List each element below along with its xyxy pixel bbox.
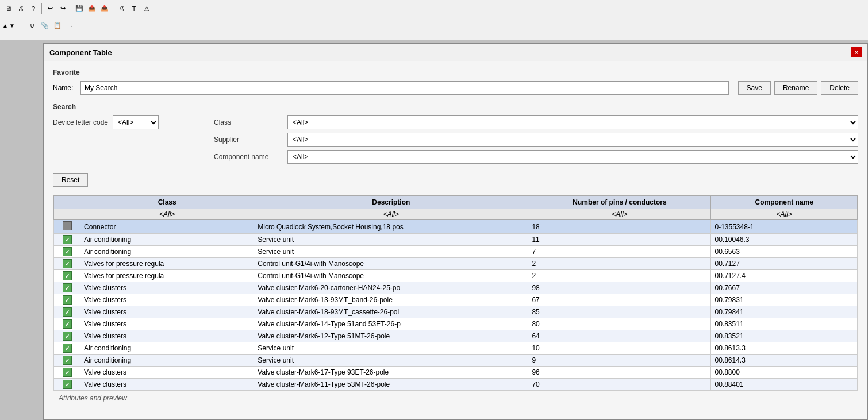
forward-icon[interactable]: → <box>64 20 76 32</box>
toolbar: 🖥 🖨 ? ↩ ↪ 💾 📤 📥 🖨 T △ ▲▼ ∪ 📎 📋 → <box>0 0 868 40</box>
zoom-stepper[interactable]: ▲▼ <box>2 22 25 29</box>
paste-icon[interactable]: 📋 <box>52 20 63 32</box>
clip-icon[interactable]: 📎 <box>39 20 51 32</box>
separator-2 <box>71 3 71 14</box>
export-icon[interactable]: 📤 <box>86 3 98 14</box>
new-icon[interactable]: 🖥 <box>2 3 14 14</box>
undo-icon[interactable]: ↩ <box>44 3 56 14</box>
print2-icon[interactable]: 🖨 <box>116 3 127 14</box>
toolbar-row-1: 🖥 🖨 ? ↩ ↪ 💾 📤 📥 🖨 T △ <box>0 0 868 17</box>
redo-icon[interactable]: ↪ <box>57 3 68 14</box>
separator-1 <box>41 3 42 14</box>
ungroup-icon[interactable]: ∪ <box>26 20 38 32</box>
help-icon[interactable]: ? <box>28 3 39 14</box>
save-icon[interactable]: 💾 <box>74 3 85 14</box>
separator-3 <box>113 3 113 14</box>
print-icon[interactable]: 🖨 <box>15 3 26 14</box>
text-icon[interactable]: T <box>128 3 140 14</box>
import-icon[interactable]: 📥 <box>99 3 110 14</box>
toolbar-row-2: ▲▼ ∪ 📎 📋 → <box>0 17 868 34</box>
shape-icon[interactable]: △ <box>141 3 152 14</box>
